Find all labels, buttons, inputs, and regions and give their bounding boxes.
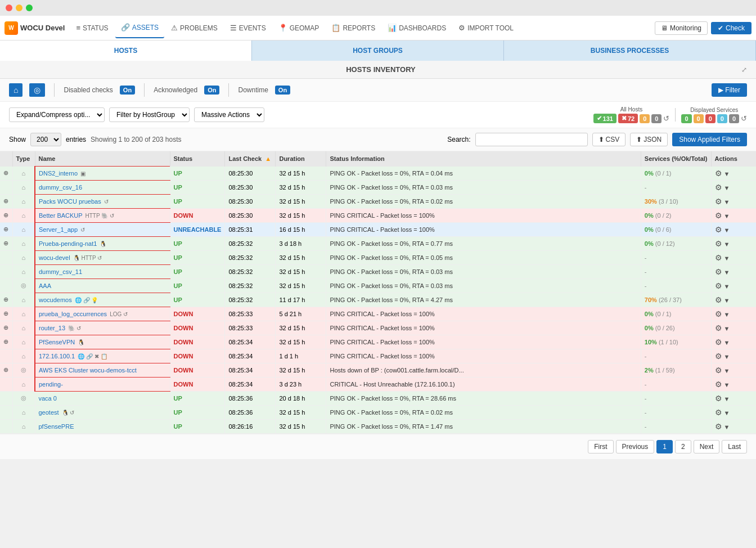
minimize-btn[interactable] — [16, 5, 22, 11]
row-expand[interactable]: ⊕ — [0, 236, 12, 250]
nav-geomap[interactable]: 📍 GEOMAP — [273, 18, 325, 38]
row-hostname[interactable]: AAA — [39, 282, 51, 289]
nav-status[interactable]: ≡ STATUS — [70, 18, 114, 38]
nav-dashboards[interactable]: 📊 DASHBOARDS — [382, 18, 452, 38]
refresh-all-icon[interactable]: ↺ — [663, 114, 669, 123]
row-expand[interactable] — [0, 405, 12, 419]
action-dropdown-icon[interactable]: ▼ — [724, 381, 730, 388]
nav-reports[interactable]: 📋 REPORTS — [326, 18, 381, 38]
action-gear-button[interactable]: ⚙ — [715, 267, 722, 276]
subnav-business[interactable]: BUSINESS PROCESSES — [504, 41, 756, 61]
filter-button[interactable]: ▶ Filter — [712, 83, 747, 97]
action-gear-button[interactable]: ⚙ — [715, 408, 722, 417]
row-hostname[interactable]: AWS EKS Cluster wocu-demos-tcct — [39, 367, 137, 374]
action-gear-button[interactable]: ⚙ — [715, 197, 722, 206]
row-expand[interactable]: ⊕ — [0, 321, 12, 335]
first-page-button[interactable]: First — [588, 440, 613, 453]
page-2-button[interactable]: 2 — [675, 440, 691, 453]
row-hostname[interactable]: Server_1_app — [39, 226, 78, 233]
action-dropdown-icon[interactable]: ▼ — [724, 424, 730, 430]
row-expand[interactable] — [0, 419, 12, 433]
action-dropdown-icon[interactable]: ▼ — [724, 410, 730, 416]
nav-problems[interactable]: ⚠ PROBLEMS — [165, 18, 223, 38]
action-gear-button[interactable]: ⚙ — [715, 352, 722, 361]
row-expand[interactable]: ⊕ — [0, 293, 12, 307]
action-dropdown-icon[interactable]: ▼ — [724, 325, 730, 332]
row-hostname[interactable]: router_13 — [39, 325, 65, 331]
row-hostname[interactable]: prueba_log_occurrences — [39, 311, 107, 317]
row-expand[interactable]: ⊕ — [0, 208, 12, 222]
toggle-downtime[interactable]: On — [275, 86, 290, 95]
row-expand[interactable] — [0, 391, 12, 405]
action-dropdown-icon[interactable]: ▼ — [724, 269, 730, 276]
action-dropdown-icon[interactable]: ▼ — [724, 353, 730, 360]
col-header-services[interactable]: Services (%/Ok/Total) — [641, 151, 711, 167]
action-gear-button[interactable]: ⚙ — [715, 324, 722, 333]
row-expand[interactable]: ⊕ — [0, 222, 12, 236]
last-page-button[interactable]: Last — [722, 440, 747, 453]
row-hostname[interactable]: PfSenseVPN — [39, 339, 75, 345]
row-expand[interactable]: ⊕ — [0, 307, 12, 321]
action-gear-button[interactable]: ⚙ — [715, 338, 722, 347]
action-gear-button[interactable]: ⚙ — [715, 366, 722, 375]
subnav-hosts[interactable]: HOSTS — [0, 41, 252, 61]
check-button[interactable]: ✔ Check — [711, 22, 752, 34]
nav-import[interactable]: ⚙ IMPORT TOOL — [453, 18, 519, 38]
action-gear-button[interactable]: ⚙ — [715, 169, 722, 178]
row-hostname[interactable]: Packs WOCU pruebas — [39, 198, 101, 205]
row-hostname[interactable]: dummy_csv_11 — [39, 268, 82, 275]
csv-button[interactable]: ⬆ CSV — [592, 133, 626, 146]
action-dropdown-icon[interactable]: ▼ — [724, 367, 730, 374]
nav-logo[interactable]: W WOCU Devel — [4, 21, 65, 35]
toggle-disabled-checks[interactable]: On — [120, 86, 135, 95]
home-button[interactable]: ⌂ — [9, 83, 22, 97]
search-input[interactable] — [475, 133, 588, 146]
action-dropdown-icon[interactable]: ▼ — [724, 297, 730, 304]
subnav-hostgroups[interactable]: HOST GROUPS — [252, 41, 504, 61]
row-expand[interactable]: ⊕ — [0, 335, 12, 349]
show-entries-select[interactable]: 200 — [30, 133, 61, 146]
action-dropdown-icon[interactable]: ▼ — [724, 170, 730, 177]
col-header-info[interactable]: Status Information — [326, 151, 641, 167]
action-dropdown-icon[interactable]: ▼ — [724, 227, 730, 233]
show-filters-button[interactable]: Show Applied Filters — [672, 133, 747, 146]
action-dropdown-icon[interactable]: ▼ — [724, 255, 730, 262]
action-dropdown-icon[interactable]: ▼ — [724, 213, 730, 219]
action-dropdown-icon[interactable]: ▼ — [724, 283, 730, 290]
row-hostname[interactable]: wocu-devel — [39, 254, 70, 261]
monitoring-button[interactable]: 🖥 Monitoring — [655, 21, 708, 35]
action-dropdown-icon[interactable]: ▼ — [724, 311, 730, 318]
prev-page-button[interactable]: Previous — [616, 440, 655, 453]
expand-icon[interactable]: ⤢ — [741, 66, 747, 74]
row-hostname[interactable]: pending- — [39, 381, 63, 388]
col-header-name[interactable]: Name — [35, 151, 170, 167]
action-gear-button[interactable]: ⚙ — [715, 183, 722, 192]
row-hostname[interactable]: pfSensePRE — [39, 423, 74, 430]
action-dropdown-icon[interactable]: ▼ — [724, 185, 730, 191]
nav-events[interactable]: ☰ EVENTS — [224, 18, 272, 38]
action-gear-button[interactable]: ⚙ — [715, 394, 722, 403]
row-hostname[interactable]: Better BACKUP — [39, 212, 82, 219]
action-gear-button[interactable]: ⚙ — [715, 253, 722, 262]
row-expand[interactable]: ⊕ — [0, 363, 12, 377]
row-hostname[interactable]: dummy_csv_16 — [39, 184, 82, 191]
row-hostname[interactable]: vaca 0 — [39, 395, 57, 402]
row-expand[interactable] — [0, 279, 12, 293]
col-header-duration[interactable]: Duration — [276, 151, 326, 167]
action-gear-button[interactable]: ⚙ — [715, 380, 722, 389]
refresh-svc-icon[interactable]: ↺ — [741, 114, 747, 123]
expand-compress-select[interactable]: Expand/Compress opti... — [9, 107, 105, 122]
col-header-status[interactable]: Status — [170, 151, 225, 167]
action-dropdown-icon[interactable]: ▼ — [724, 199, 730, 205]
action-gear-button[interactable]: ⚙ — [715, 422, 722, 431]
action-gear-button[interactable]: ⚙ — [715, 211, 722, 220]
row-hostname[interactable]: wocudemos — [39, 297, 72, 303]
close-btn[interactable] — [6, 5, 12, 11]
row-hostname[interactable]: 172.16.100.1 — [39, 353, 75, 360]
action-gear-button[interactable]: ⚙ — [715, 225, 722, 234]
next-page-button[interactable]: Next — [694, 440, 720, 453]
action-dropdown-icon[interactable]: ▼ — [724, 241, 730, 248]
page-1-button[interactable]: 1 — [656, 440, 673, 453]
col-header-type[interactable]: Type — [12, 151, 35, 167]
massive-actions-select[interactable]: Massive Actions — [194, 107, 264, 122]
